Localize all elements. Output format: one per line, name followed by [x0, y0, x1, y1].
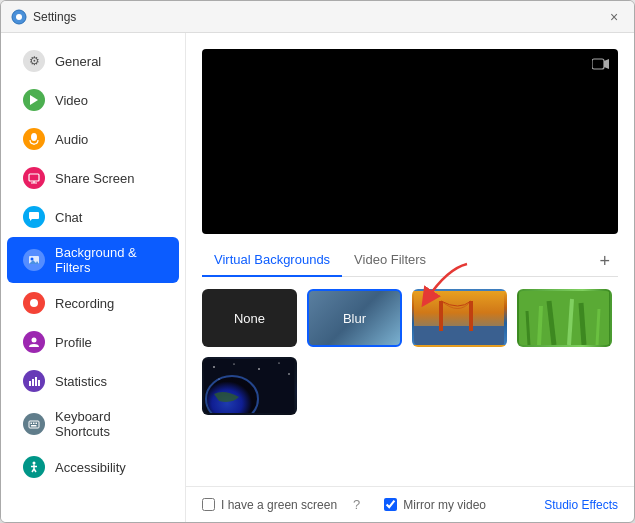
sidebar-item-recording[interactable]: Recording [7, 284, 179, 322]
background-none[interactable]: None [202, 289, 297, 347]
green-screen-checkbox[interactable] [202, 498, 215, 511]
sidebar-item-profile[interactable]: Profile [7, 323, 179, 361]
recording-icon [23, 292, 45, 314]
svg-point-11 [30, 299, 38, 307]
svg-point-22 [33, 462, 36, 465]
svg-rect-13 [29, 381, 31, 386]
content-area: ⚙ General Video Audio [1, 33, 634, 522]
settings-window: Settings × ⚙ General Video [0, 0, 635, 523]
sidebar-item-background[interactable]: Background & Filters [7, 237, 179, 283]
accessibility-icon [23, 456, 45, 478]
svg-rect-14 [32, 379, 34, 386]
sidebar-item-video[interactable]: Video [7, 81, 179, 119]
svg-line-34 [527, 311, 529, 345]
help-icon[interactable]: ? [353, 497, 360, 512]
mirror-checkbox[interactable] [384, 498, 397, 511]
svg-point-1 [16, 14, 22, 20]
svg-rect-17 [29, 421, 39, 428]
svg-rect-30 [414, 326, 504, 345]
settings-icon [11, 9, 27, 25]
main-panel: Virtual Backgrounds Video Filters + [186, 33, 634, 486]
main-content: Virtual Backgrounds Video Filters + [186, 33, 634, 522]
sidebar-item-share-screen[interactable]: Share Screen [7, 159, 179, 197]
backgrounds-grid: None Blur [202, 289, 618, 415]
sidebar-label-keyboard: Keyboard Shortcuts [55, 409, 163, 439]
svg-point-41 [213, 366, 215, 368]
svg-rect-19 [33, 423, 35, 425]
camera-icon [592, 57, 610, 75]
svg-rect-33 [519, 291, 609, 345]
sidebar-item-keyboard[interactable]: Keyboard Shortcuts [7, 401, 179, 447]
sidebar-label-statistics: Statistics [55, 374, 107, 389]
svg-marker-28 [604, 59, 609, 69]
sidebar-label-recording: Recording [55, 296, 114, 311]
sidebar-label-audio: Audio [55, 132, 88, 147]
svg-rect-32 [469, 301, 473, 331]
svg-point-45 [288, 373, 289, 374]
tabs-container: Virtual Backgrounds Video Filters + [202, 246, 618, 277]
space-image [204, 359, 294, 413]
svg-point-43 [258, 368, 260, 370]
green-screen-label: I have a green screen [221, 498, 337, 512]
audio-icon [23, 128, 45, 150]
svg-marker-2 [30, 95, 38, 105]
sidebar-label-background: Background & Filters [55, 245, 163, 275]
svg-point-3 [31, 133, 37, 141]
sidebar-item-audio[interactable]: Audio [7, 120, 179, 158]
video-icon [23, 89, 45, 111]
background-icon [23, 249, 45, 271]
sidebar-label-general: General [55, 54, 101, 69]
video-preview [202, 49, 618, 234]
svg-rect-16 [38, 380, 40, 386]
svg-rect-5 [29, 174, 39, 181]
svg-line-39 [597, 309, 599, 345]
green-screen-checkbox-label[interactable]: I have a green screen [202, 498, 337, 512]
svg-rect-21 [31, 425, 37, 427]
sidebar-item-general[interactable]: ⚙ General [7, 42, 179, 80]
sidebar-item-statistics[interactable]: Statistics [7, 362, 179, 400]
keyboard-icon [23, 413, 45, 435]
sidebar-label-profile: Profile [55, 335, 92, 350]
sidebar-label-accessibility: Accessibility [55, 460, 126, 475]
svg-rect-15 [35, 377, 37, 386]
sidebar-item-accessibility[interactable]: Accessibility [7, 448, 179, 486]
add-background-button[interactable]: + [591, 249, 618, 274]
bottom-bar: I have a green screen ? Mirror my video … [186, 486, 634, 522]
backgrounds-section: None Blur [202, 289, 618, 415]
chat-icon [23, 206, 45, 228]
background-grass[interactable] [517, 289, 612, 347]
studio-effects-link[interactable]: Studio Effects [544, 498, 618, 512]
svg-line-38 [581, 303, 584, 345]
svg-rect-18 [31, 423, 33, 425]
svg-line-35 [539, 306, 541, 345]
background-blur-label: Blur [343, 311, 366, 326]
tab-video-filters[interactable]: Video Filters [342, 246, 438, 277]
mirror-label: Mirror my video [403, 498, 486, 512]
background-blur[interactable]: Blur [307, 289, 402, 347]
general-icon: ⚙ [23, 50, 45, 72]
bridge-image [414, 291, 504, 345]
background-none-label: None [234, 311, 265, 326]
svg-rect-31 [439, 301, 443, 331]
sidebar-item-chat[interactable]: Chat [7, 198, 179, 236]
tab-virtual-backgrounds[interactable]: Virtual Backgrounds [202, 246, 342, 277]
statistics-icon [23, 370, 45, 392]
svg-rect-27 [592, 59, 604, 69]
sidebar-label-share-screen: Share Screen [55, 171, 135, 186]
tabs-bar: Virtual Backgrounds Video Filters + [202, 246, 618, 277]
sidebar-label-video: Video [55, 93, 88, 108]
svg-line-26 [34, 469, 36, 472]
svg-point-9 [31, 258, 34, 261]
close-button[interactable]: × [604, 7, 624, 27]
svg-point-42 [233, 363, 234, 364]
grass-image [519, 291, 609, 345]
background-space[interactable] [202, 357, 297, 415]
svg-point-44 [278, 362, 279, 363]
sidebar: ⚙ General Video Audio [1, 33, 186, 522]
mirror-checkbox-label[interactable]: Mirror my video [384, 498, 486, 512]
window-title: Settings [33, 10, 604, 24]
profile-icon [23, 331, 45, 353]
sidebar-label-chat: Chat [55, 210, 82, 225]
share-screen-icon [23, 167, 45, 189]
background-bridge[interactable] [412, 289, 507, 347]
